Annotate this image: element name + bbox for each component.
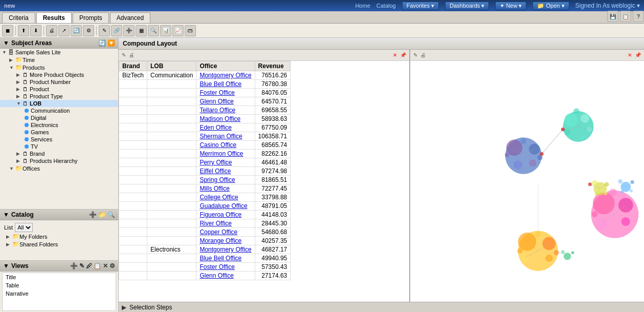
cell-office[interactable]: Figueroa Office — [196, 211, 255, 219]
tree-item-products-hierarchy[interactable]: ▶ 🗒 Products Hierarchy — [0, 157, 118, 164]
tab-prompts[interactable]: Prompts — [73, 12, 109, 23]
views-settings-icon[interactable]: ⚙ — [109, 262, 115, 269]
table-row[interactable]: Foster Office84076.05 — [119, 89, 291, 97]
save-icon[interactable]: 💾 — [607, 11, 618, 22]
nav-home[interactable]: Home — [355, 3, 370, 9]
cell-office[interactable]: Montgomery Office — [196, 245, 255, 254]
tree-item-services[interactable]: Services — [0, 136, 118, 143]
tree-item-products[interactable]: ▼ 📁 Products — [0, 64, 118, 71]
subject-areas-filter-icon[interactable]: 🔽 — [107, 39, 115, 47]
tree-item-offices[interactable]: ▼ 📁 Offices — [0, 164, 118, 172]
catalog-header[interactable]: ▼ Catalog ➕ 📁 🔍 — [0, 210, 118, 220]
toolbar-icon-5[interactable]: ✎ — [99, 25, 110, 36]
cell-office[interactable]: Casino Office — [196, 141, 255, 150]
tree-item-lob[interactable]: ▼ 🗒 LOB — [0, 100, 118, 107]
cell-office[interactable]: Eiffel Office — [196, 167, 255, 176]
table-row[interactable]: Blue Bell Office49940.95 — [119, 254, 291, 263]
views-item-narrative[interactable]: Narrative — [3, 289, 116, 298]
table-close-icon[interactable]: ✕ — [392, 52, 398, 58]
catalog-list-select[interactable]: All — [15, 223, 33, 232]
cell-office[interactable]: Merrimon Office — [196, 150, 255, 158]
table-row[interactable]: Figueroa Office44148.03 — [119, 211, 291, 219]
tab-results[interactable]: Results — [36, 12, 72, 23]
views-item-table[interactable]: Table — [3, 281, 116, 289]
toolbar-icon-7[interactable]: ➕ — [123, 25, 135, 36]
tree-item-brand[interactable]: ▶ 🗒 Brand — [0, 150, 118, 157]
table-row[interactable]: Tellaro Office69658.55 — [119, 106, 291, 115]
cell-office[interactable]: Foster Office — [196, 89, 255, 97]
toolbar-icon-refresh[interactable]: 🔄 — [71, 25, 82, 36]
table-row[interactable]: Madison Office58938.63 — [119, 115, 291, 123]
tree-item-product-type[interactable]: ▶ 🗒 Product Type — [0, 93, 118, 100]
cell-office[interactable]: Tellaro Office — [196, 106, 255, 115]
cell-office[interactable]: Eden Office — [196, 123, 255, 132]
toolbar-icon-10[interactable]: 📊 — [160, 25, 171, 36]
table-row[interactable]: Sherman Office106358.71 — [119, 132, 291, 141]
table-row[interactable]: Glenn Office64570.71 — [119, 97, 291, 106]
toolbar-icon-export[interactable]: ↗ — [58, 25, 70, 36]
cell-office[interactable]: Montgomery Office — [196, 71, 255, 80]
cell-office[interactable]: Copper Office — [196, 228, 255, 237]
help-icon[interactable]: ? — [633, 11, 644, 22]
selection-steps-bar[interactable]: ▶ Selection Steps — [119, 302, 644, 312]
views-item-title[interactable]: Title — [3, 273, 116, 281]
cell-office[interactable]: Morange Office — [196, 237, 255, 245]
catalog-folder-icon[interactable]: 📁 — [98, 211, 106, 218]
table-row[interactable]: Eden Office67750.09 — [119, 123, 291, 132]
cell-office[interactable]: Perry Office — [196, 158, 255, 167]
table-row[interactable]: BizTechCommunicationMontgomery Office765… — [119, 71, 291, 80]
chart-edit-icon[interactable]: ✎ — [412, 52, 418, 58]
table-row[interactable]: Glenn Office27174.63 — [119, 272, 291, 280]
selection-steps-expand-icon[interactable]: ▶ — [122, 304, 126, 311]
tree-item-product-number[interactable]: ▶ 🗒 Product Number — [0, 78, 118, 86]
tab-advanced[interactable]: Advanced — [110, 12, 150, 23]
table-row[interactable]: Mills Office72277.45 — [119, 184, 291, 193]
toolbar-icon-11[interactable]: 📈 — [172, 25, 184, 36]
cell-office[interactable]: Spring Office — [196, 176, 255, 184]
save-as-icon[interactable]: 📋 — [620, 11, 631, 22]
cell-office[interactable]: Glenn Office — [196, 97, 255, 106]
cell-office[interactable]: Mills Office — [196, 184, 255, 193]
nav-dashboards[interactable]: Dashboards ▾ — [445, 2, 489, 10]
table-row[interactable]: ElectronicsMontgomery Office46827.17 — [119, 245, 291, 254]
table-row[interactable]: College Office33798.88 — [119, 193, 291, 202]
table-row[interactable]: Guadalupe Office48791.05 — [119, 202, 291, 211]
views-delete-icon[interactable]: ✕ — [103, 262, 108, 269]
table-row[interactable]: Merrimon Office82262.16 — [119, 150, 291, 158]
chart-pin-icon[interactable]: 📌 — [634, 52, 642, 58]
toolbar-icon-12[interactable]: 🗃 — [185, 25, 196, 36]
toolbar-icon-9[interactable]: 🔍 — [148, 25, 159, 36]
toolbar-icon-6[interactable]: 🔗 — [111, 25, 122, 36]
tree-item-electronics[interactable]: Electronics — [0, 121, 118, 129]
catalog-search-icon[interactable]: 🔍 — [107, 211, 115, 218]
tree-item-games[interactable]: Games — [0, 129, 118, 136]
views-pencil-icon[interactable]: 🖊 — [86, 262, 92, 269]
tree-item-tv[interactable]: TV — [0, 143, 118, 150]
views-header[interactable]: ▼ Views ➕ ✎ 🖊 📋 ✕ ⚙ — [0, 261, 118, 272]
toolbar-icon-2[interactable]: ⬆ — [18, 25, 29, 36]
open-button[interactable]: 📁 Open ▾ — [532, 2, 569, 10]
table-row[interactable]: Blue Bell Office76780.38 — [119, 80, 291, 89]
cell-office[interactable]: Foster Office — [196, 263, 255, 272]
cell-office[interactable]: Guadalupe Office — [196, 202, 255, 211]
cell-office[interactable]: Blue Bell Office — [196, 254, 255, 263]
nav-favorites[interactable]: Favorites ▾ — [402, 2, 439, 10]
subject-areas-refresh-icon[interactable]: 🔄 — [98, 39, 106, 47]
cell-office[interactable]: Glenn Office — [196, 272, 255, 280]
table-row[interactable]: River Office28445.30 — [119, 219, 291, 228]
toolbar-icon-3[interactable]: ⬇ — [30, 25, 41, 36]
cell-office[interactable]: Blue Bell Office — [196, 80, 255, 89]
table-pin-icon[interactable]: 📌 — [399, 52, 407, 58]
table-row[interactable]: Perry Office46461.48 — [119, 158, 291, 167]
table-row[interactable]: Eiffel Office97274.98 — [119, 167, 291, 176]
cell-office[interactable]: Madison Office — [196, 115, 255, 123]
table-row[interactable]: Morange Office40257.35 — [119, 237, 291, 245]
user-label[interactable]: weblogic ▾ — [611, 2, 640, 9]
chart-print-icon[interactable]: 🖨 — [419, 52, 427, 58]
cell-office[interactable]: College Office — [196, 193, 255, 202]
toolbar-icon-settings[interactable]: ⚙ — [83, 25, 94, 36]
catalog-add-icon[interactable]: ➕ — [89, 211, 97, 218]
chart-close-icon[interactable]: ✕ — [627, 52, 633, 58]
nav-catalog[interactable]: Catalog — [376, 3, 396, 9]
table-row[interactable]: Spring Office81865.51 — [119, 176, 291, 184]
